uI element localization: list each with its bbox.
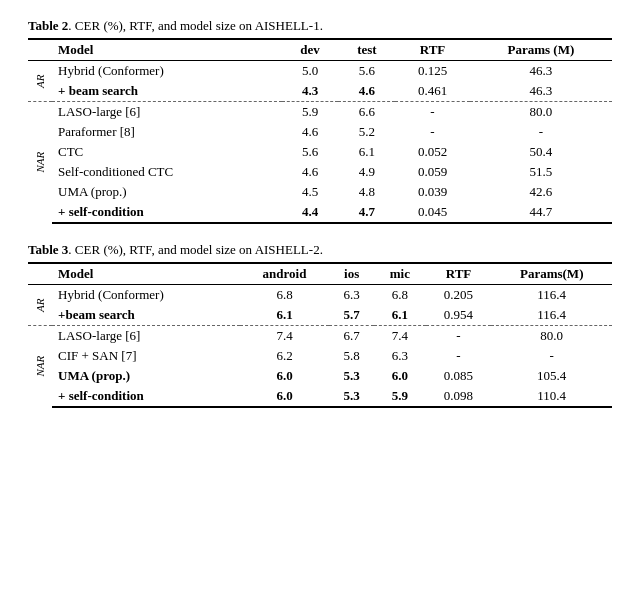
model-cell: CIF + SAN [7] [52, 346, 240, 366]
rtf-cell: - [426, 326, 492, 347]
android-cell: 6.8 [240, 285, 329, 306]
table2-th-rtf: RTF [395, 39, 469, 61]
params-cell: 80.0 [491, 326, 612, 347]
dev-cell: 5.9 [282, 102, 339, 123]
nar-label: NAR [28, 102, 52, 224]
table-row: NAR LASO-large [6] 7.4 6.7 7.4 - 80.0 [28, 326, 612, 347]
model-cell: Paraformer [8] [52, 122, 282, 142]
params-cell: 105.4 [491, 366, 612, 386]
rtf-cell: 0.461 [395, 81, 469, 102]
rtf-cell: 0.045 [395, 202, 469, 223]
table2-section: Table 2. CER (%), RTF, and model size on… [28, 18, 612, 224]
dev-cell: 4.5 [282, 182, 339, 202]
dev-cell: 5.6 [282, 142, 339, 162]
mic-cell: 7.4 [374, 326, 425, 347]
table-row: UMA (prop.) 6.0 5.3 6.0 0.085 105.4 [28, 366, 612, 386]
ios-cell: 6.7 [329, 326, 374, 347]
params-cell: 44.7 [470, 202, 612, 223]
table-row: AR Hybrid (Conformer) 5.0 5.6 0.125 46.3 [28, 61, 612, 82]
rtf-cell: 0.052 [395, 142, 469, 162]
table2-header-row: Model dev test RTF Params (M) [28, 39, 612, 61]
params-cell: - [491, 346, 612, 366]
table3-th-model: Model [52, 263, 240, 285]
mic-cell: 6.8 [374, 285, 425, 306]
params-cell: 42.6 [470, 182, 612, 202]
model-cell: Hybrid (Conformer) [52, 285, 240, 306]
model-cell: Self-conditioned CTC [52, 162, 282, 182]
table3-th-android: android [240, 263, 329, 285]
table3-caption-text: . CER (%), RTF, and model size on AISHEL… [68, 242, 323, 257]
mic-cell: 6.0 [374, 366, 425, 386]
table2-caption: Table 2. CER (%), RTF, and model size on… [28, 18, 612, 34]
rtf-cell: 0.125 [395, 61, 469, 82]
table2: Model dev test RTF Params (M) AR Hybrid … [28, 38, 612, 224]
table-row: CIF + SAN [7] 6.2 5.8 6.3 - - [28, 346, 612, 366]
model-cell: UMA (prop.) [52, 366, 240, 386]
dev-cell: 5.0 [282, 61, 339, 82]
table-row: NAR LASO-large [6] 5.9 6.6 - 80.0 [28, 102, 612, 123]
dev-cell: 4.6 [282, 162, 339, 182]
rtf-cell: - [426, 346, 492, 366]
model-cell: LASO-large [6] [52, 102, 282, 123]
ar-label: AR [28, 61, 52, 102]
mic-cell: 5.9 [374, 386, 425, 407]
table-row: + self-condition 6.0 5.3 5.9 0.098 110.4 [28, 386, 612, 407]
params-cell: 46.3 [470, 61, 612, 82]
dev-cell: 4.3 [282, 81, 339, 102]
test-cell: 4.9 [338, 162, 395, 182]
table2-th-dev: dev [282, 39, 339, 61]
table2-caption-bold: Table 2 [28, 18, 68, 33]
table-row: AR Hybrid (Conformer) 6.8 6.3 6.8 0.205 … [28, 285, 612, 306]
rtf-cell: 0.059 [395, 162, 469, 182]
params-cell: 50.4 [470, 142, 612, 162]
params-cell: 51.5 [470, 162, 612, 182]
table3: Model android ios mic RTF Params(M) AR H… [28, 262, 612, 408]
table2-th-params: Params (M) [470, 39, 612, 61]
table3-th-side [28, 263, 52, 285]
rtf-cell: - [395, 102, 469, 123]
table-row: + beam search 4.3 4.6 0.461 46.3 [28, 81, 612, 102]
table3-header-row: Model android ios mic RTF Params(M) [28, 263, 612, 285]
model-cell: LASO-large [6] [52, 326, 240, 347]
test-cell: 6.6 [338, 102, 395, 123]
test-cell: 5.6 [338, 61, 395, 82]
dev-cell: 4.4 [282, 202, 339, 223]
params-cell: - [470, 122, 612, 142]
params-cell: 46.3 [470, 81, 612, 102]
rtf-cell: 0.039 [395, 182, 469, 202]
table3-th-mic: mic [374, 263, 425, 285]
test-cell: 4.7 [338, 202, 395, 223]
table3-th-params: Params(M) [491, 263, 612, 285]
ios-cell: 5.8 [329, 346, 374, 366]
rtf-cell: - [395, 122, 469, 142]
table-row: CTC 5.6 6.1 0.052 50.4 [28, 142, 612, 162]
table3-caption-bold: Table 3 [28, 242, 68, 257]
table-row: +beam search 6.1 5.7 6.1 0.954 116.4 [28, 305, 612, 326]
table3-section: Table 3. CER (%), RTF, and model size on… [28, 242, 612, 408]
android-cell: 6.2 [240, 346, 329, 366]
android-cell: 6.0 [240, 386, 329, 407]
table-row: Self-conditioned CTC 4.6 4.9 0.059 51.5 [28, 162, 612, 182]
nar-label: NAR [28, 326, 52, 408]
test-cell: 6.1 [338, 142, 395, 162]
rtf-cell: 0.205 [426, 285, 492, 306]
mic-cell: 6.3 [374, 346, 425, 366]
ios-cell: 6.3 [329, 285, 374, 306]
table2-caption-text: . CER (%), RTF, and model size on AISHEL… [68, 18, 323, 33]
ar-label: AR [28, 285, 52, 326]
table-row: Paraformer [8] 4.6 5.2 - - [28, 122, 612, 142]
table3-th-rtf: RTF [426, 263, 492, 285]
table2-th-model: Model [52, 39, 282, 61]
ios-cell: 5.3 [329, 386, 374, 407]
rtf-cell: 0.954 [426, 305, 492, 326]
model-cell: + beam search [52, 81, 282, 102]
params-cell: 116.4 [491, 305, 612, 326]
table-row: + self-condition 4.4 4.7 0.045 44.7 [28, 202, 612, 223]
model-cell: +beam search [52, 305, 240, 326]
test-cell: 5.2 [338, 122, 395, 142]
test-cell: 4.6 [338, 81, 395, 102]
model-cell: UMA (prop.) [52, 182, 282, 202]
dev-cell: 4.6 [282, 122, 339, 142]
model-cell: + self-condition [52, 386, 240, 407]
ios-cell: 5.7 [329, 305, 374, 326]
